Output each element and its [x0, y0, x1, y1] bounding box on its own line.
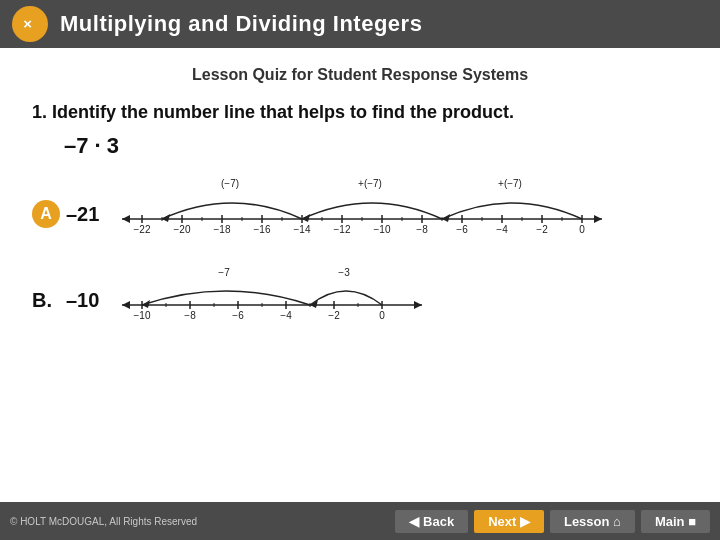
- answer-a-value: –21: [66, 203, 99, 226]
- svg-marker-47: [414, 301, 422, 309]
- svg-text:−7: −7: [218, 267, 230, 278]
- svg-text:+(−7): +(−7): [498, 178, 522, 189]
- answer-b-value: –10: [66, 289, 99, 312]
- svg-marker-3: [594, 215, 602, 223]
- svg-text:−10: −10: [374, 224, 391, 235]
- svg-text:−12: −12: [334, 224, 351, 235]
- answer-a-row: A –21 −22 −20: [32, 177, 688, 251]
- numberline-a: −22 −20 −18 −16 −14 −12: [112, 177, 688, 251]
- answer-b-row: B. –10 −10 −8 −6: [32, 263, 688, 337]
- svg-text:−6: −6: [232, 310, 244, 321]
- subtitle: Lesson Quiz for Student Response Systems: [32, 66, 688, 84]
- svg-text:0: 0: [379, 310, 385, 321]
- page-header: × Multiplying and Dividing Integers: [0, 0, 720, 48]
- svg-text:−4: −4: [280, 310, 292, 321]
- numberline-b: −10 −8 −6 −4 −2 0: [112, 263, 688, 337]
- svg-text:−3: −3: [338, 267, 350, 278]
- back-button[interactable]: ◀ Back: [395, 510, 468, 533]
- svg-text:−4: −4: [496, 224, 508, 235]
- question-text: 1. Identify the number line that helps t…: [32, 100, 688, 125]
- svg-text:0: 0: [579, 224, 585, 235]
- svg-text:−18: −18: [214, 224, 231, 235]
- page-footer: © HOLT McDOUGAL, All Rights Reserved ◀ B…: [0, 502, 720, 540]
- svg-text:−2: −2: [328, 310, 340, 321]
- lesson-button[interactable]: Lesson ⌂: [550, 510, 635, 533]
- main-button[interactable]: Main ■: [641, 510, 710, 533]
- svg-text:−2: −2: [536, 224, 548, 235]
- svg-text:−8: −8: [184, 310, 196, 321]
- answer-b-label: B. –10: [32, 289, 112, 312]
- svg-text:−10: −10: [134, 310, 151, 321]
- svg-text:(−7): (−7): [221, 178, 239, 189]
- svg-text:+(−7): +(−7): [358, 178, 382, 189]
- page-title: Multiplying and Dividing Integers: [60, 11, 422, 37]
- svg-text:−6: −6: [456, 224, 468, 235]
- copyright-text: © HOLT McDOUGAL, All Rights Reserved: [10, 516, 197, 527]
- answer-a-circle: A: [32, 200, 60, 228]
- svg-text:×: ×: [23, 15, 32, 32]
- main-content: Lesson Quiz for Student Response Systems…: [0, 48, 720, 359]
- svg-marker-2: [122, 215, 130, 223]
- next-button[interactable]: Next ▶: [474, 510, 544, 533]
- answer-a-label: A –21: [32, 200, 112, 228]
- svg-text:−22: −22: [134, 224, 151, 235]
- svg-text:−20: −20: [174, 224, 191, 235]
- math-expression: –7 · 3: [64, 133, 688, 159]
- svg-text:−16: −16: [254, 224, 271, 235]
- svg-marker-46: [122, 301, 130, 309]
- header-icon: ×: [12, 6, 48, 42]
- svg-text:−8: −8: [416, 224, 428, 235]
- nav-buttons: ◀ Back Next ▶ Lesson ⌂ Main ■: [395, 510, 710, 533]
- svg-text:−14: −14: [294, 224, 311, 235]
